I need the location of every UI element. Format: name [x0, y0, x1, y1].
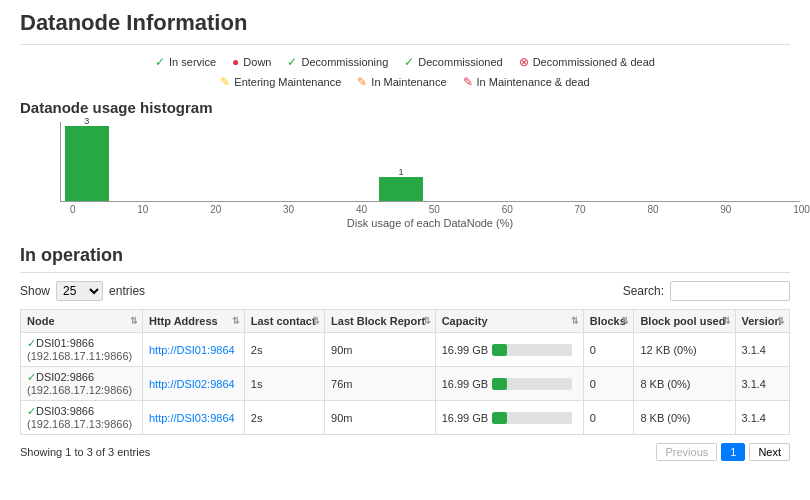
capacity-bar-container: 16.99 GB: [442, 412, 577, 424]
show-entries: Show 25 50 100 entries: [20, 281, 145, 301]
col-block-pool: Block pool used ⇅: [634, 310, 735, 333]
cell-last-block-report: 90m: [325, 333, 436, 367]
table-row: ✓DSI02:9866(192.168.17.12:9866)http://DS…: [21, 367, 790, 401]
legend-decommissioned-dead: ⊗ Decommissioned & dead: [519, 55, 655, 69]
previous-button[interactable]: Previous: [656, 443, 717, 461]
cell-last-contact: 2s: [244, 401, 324, 435]
search-input[interactable]: [670, 281, 790, 301]
show-label: Show: [20, 284, 50, 298]
cell-block-pool-used: 8 KB (0%): [634, 401, 735, 435]
col-version: Version ⇅: [735, 310, 790, 333]
capacity-bar-container: 16.99 GB: [442, 378, 577, 390]
histogram-bar-label: 3: [65, 116, 109, 126]
histogram-container: 31 0102030405060708090100 Disk usage of …: [20, 122, 790, 229]
table-row: ✓DSI01:9866(192.168.17.11:9866)http://DS…: [21, 333, 790, 367]
x-axis-label: 0: [70, 204, 76, 215]
in-maintenance-label: In Maintenance: [371, 76, 446, 88]
table-footer: Showing 1 to 3 of 3 entries Previous 1 N…: [20, 443, 790, 461]
cell-last-block-report: 76m: [325, 367, 436, 401]
col-last-contact: Last contact ⇅: [244, 310, 324, 333]
search-box: Search:: [623, 281, 790, 301]
blocks-sort-icon[interactable]: ⇅: [621, 316, 629, 326]
decommissioned-dead-label: Decommissioned & dead: [533, 56, 655, 68]
histogram-title: Datanode usage histogram: [20, 99, 790, 116]
last-contact-sort-icon[interactable]: ⇅: [312, 316, 320, 326]
legend-down: ● Down: [232, 55, 271, 69]
capacity-bar-container: 16.99 GB: [442, 344, 577, 356]
capacity-value: 16.99 GB: [442, 378, 488, 390]
cell-http: http://DSI01:9864: [143, 333, 245, 367]
cell-last-contact: 1s: [244, 367, 324, 401]
in-maintenance-dead-icon: ✎: [463, 75, 473, 89]
in-maintenance-icon: ✎: [357, 75, 367, 89]
node-sub: (192.168.17.13:9866): [27, 418, 132, 430]
cell-blocks: 0: [583, 367, 634, 401]
cell-capacity: 16.99 GB: [435, 367, 583, 401]
showing-entries: Showing 1 to 3 of 3 entries: [20, 446, 150, 458]
capacity-value: 16.99 GB: [442, 412, 488, 424]
http-link[interactable]: http://DSI02:9864: [149, 378, 235, 390]
decommissioned-icon: ✓: [404, 55, 414, 69]
page-1-button[interactable]: 1: [721, 443, 745, 461]
histogram-bar: 1: [379, 177, 423, 201]
histogram-x-title: Disk usage of each DataNode (%): [70, 217, 790, 229]
col-blocks: Blocks ⇅: [583, 310, 634, 333]
capacity-bar-outer: [492, 378, 572, 390]
down-icon: ●: [232, 55, 239, 69]
capacity-sort-icon[interactable]: ⇅: [571, 316, 579, 326]
cell-blocks: 0: [583, 333, 634, 367]
cell-version: 3.1.4: [735, 333, 790, 367]
cell-last-contact: 2s: [244, 333, 324, 367]
cell-block-pool-used: 12 KB (0%): [634, 333, 735, 367]
table-row: ✓DSI03:9866(192.168.17.13:9866)http://DS…: [21, 401, 790, 435]
x-axis-label: 20: [210, 204, 221, 215]
node-status-icon: ✓: [27, 371, 36, 383]
last-block-sort-icon[interactable]: ⇅: [423, 316, 431, 326]
legend-in-maintenance: ✎ In Maintenance: [357, 75, 446, 89]
entries-label: entries: [109, 284, 145, 298]
cell-capacity: 16.99 GB: [435, 333, 583, 367]
http-link[interactable]: http://DSI01:9864: [149, 344, 235, 356]
decommissioning-label: Decommissioning: [301, 56, 388, 68]
version-sort-icon[interactable]: ⇅: [777, 316, 785, 326]
block-pool-sort-icon[interactable]: ⇅: [723, 316, 731, 326]
in-service-icon: ✓: [155, 55, 165, 69]
cell-node: ✓DSI01:9866(192.168.17.11:9866): [21, 333, 143, 367]
node-name: DSI02:9866: [36, 371, 94, 383]
pagination: Previous 1 Next: [656, 443, 790, 461]
http-sort-icon[interactable]: ⇅: [232, 316, 240, 326]
legend-decommissioning: ✓ Decommissioning: [287, 55, 388, 69]
page-content: Datanode Information ✓ In service ● Down…: [0, 0, 810, 471]
x-axis-label: 50: [429, 204, 440, 215]
datanode-table: Node ⇅ Http Address ⇅ Last contact ⇅ Las…: [20, 309, 790, 435]
http-link[interactable]: http://DSI03:9864: [149, 412, 235, 424]
col-last-block-report: Last Block Report ⇅: [325, 310, 436, 333]
legend-decommissioned: ✓ Decommissioned: [404, 55, 502, 69]
histogram-chart: 31: [60, 122, 800, 202]
in-service-label: In service: [169, 56, 216, 68]
search-label: Search:: [623, 284, 664, 298]
cell-http: http://DSI03:9864: [143, 401, 245, 435]
cell-version: 3.1.4: [735, 367, 790, 401]
x-axis-label: 30: [283, 204, 294, 215]
col-node: Node ⇅: [21, 310, 143, 333]
capacity-value: 16.99 GB: [442, 344, 488, 356]
x-axis-label: 100: [793, 204, 810, 215]
legend-in-maintenance-dead: ✎ In Maintenance & dead: [463, 75, 590, 89]
x-axis-label: 80: [647, 204, 658, 215]
legend-row-1: ✓ In service ● Down ✓ Decommissioning ✓ …: [20, 55, 790, 69]
decommissioned-label: Decommissioned: [418, 56, 502, 68]
node-sub: (192.168.17.11:9866): [27, 350, 132, 362]
x-axis-label: 70: [575, 204, 586, 215]
entries-select[interactable]: 25 50 100: [56, 281, 103, 301]
next-button[interactable]: Next: [749, 443, 790, 461]
capacity-bar-outer: [492, 412, 572, 424]
col-capacity: Capacity ⇅: [435, 310, 583, 333]
histogram-section: Datanode usage histogram 31 010203040506…: [20, 99, 790, 229]
node-name: DSI03:9866: [36, 405, 94, 417]
capacity-bar-inner: [492, 412, 506, 424]
cell-node: ✓DSI03:9866(192.168.17.13:9866): [21, 401, 143, 435]
cell-last-block-report: 90m: [325, 401, 436, 435]
cell-node: ✓DSI02:9866(192.168.17.12:9866): [21, 367, 143, 401]
node-sort-icon[interactable]: ⇅: [130, 316, 138, 326]
